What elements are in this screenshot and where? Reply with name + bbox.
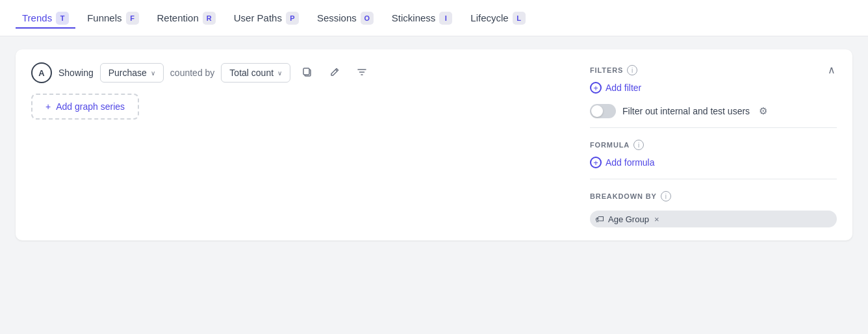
gear-icon[interactable]: ⚙ [759, 105, 767, 117]
left-panel: A Showing Purchase ∨ counted by Total co… [31, 62, 574, 227]
series-row: A Showing Purchase ∨ counted by Total co… [31, 62, 574, 83]
nav-tab-funnels[interactable]: Funnels F [81, 8, 145, 29]
edit-button[interactable] [324, 62, 345, 83]
event-label: Purchase [108, 68, 147, 78]
svg-rect-1 [303, 68, 309, 75]
nav-tab-user-paths[interactable]: User Paths P [227, 8, 305, 29]
nav-tab-label-trends: Trends [22, 12, 52, 23]
nav-tab-sessions[interactable]: Sessions O [311, 8, 380, 29]
right-panel: ∧ FILTERS i + Add filter Filter out inte… [590, 62, 837, 227]
nav-tab-badge-user-paths: P [286, 12, 299, 25]
showing-label: Showing [58, 68, 94, 78]
filters-section-header: FILTERS i [590, 65, 837, 75]
divider-1 [590, 127, 837, 128]
add-series-button[interactable]: + Add graph series [31, 94, 139, 120]
top-navigation: Trends T Funnels F Retention R User Path… [0, 0, 868, 36]
nav-tab-badge-lifecycle: L [513, 12, 526, 25]
add-formula-link[interactable]: + Add formula [590, 157, 837, 168]
breakdown-title: BREAKDOWN BY [590, 192, 657, 200]
add-filter-plus-icon: + [590, 82, 602, 94]
add-formula-plus-icon: + [590, 157, 602, 168]
breakdown-tag-close[interactable]: × [654, 214, 659, 224]
nav-tab-badge-stickiness: I [439, 12, 452, 25]
filter-icon [357, 67, 367, 79]
nav-tab-stickiness[interactable]: Stickiness I [385, 8, 459, 29]
internal-users-toggle[interactable] [590, 104, 616, 118]
breakdown-tag: 🏷 Age Group × [590, 211, 837, 227]
add-formula-label: Add formula [606, 157, 654, 168]
formula-section-header: FORMULA i [590, 140, 837, 150]
breakdown-tag-icon: 🏷 [595, 214, 604, 224]
filter-button[interactable] [351, 62, 372, 83]
main-area: A Showing Purchase ∨ counted by Total co… [0, 36, 868, 334]
divider-2 [590, 179, 837, 179]
formula-info-icon[interactable]: i [633, 140, 644, 150]
edit-icon [329, 67, 340, 79]
breakdown-tag-label: Age Group [608, 214, 649, 224]
nav-tab-lifecycle[interactable]: Lifecycle L [464, 8, 531, 29]
chevron-down-icon: ∨ [151, 70, 155, 77]
chevron-down-icon-2: ∨ [277, 70, 282, 77]
add-series-label: Add graph series [56, 101, 125, 112]
formula-title: FORMULA [590, 141, 630, 149]
nav-tab-badge-retention: R [203, 12, 216, 25]
breakdown-info-icon[interactable]: i [661, 191, 671, 201]
metric-dropdown[interactable]: Total count ∨ [221, 63, 290, 83]
copy-button[interactable] [297, 62, 318, 83]
metric-label: Total count [229, 68, 274, 78]
series-badge: A [31, 62, 52, 83]
filter-toggle-row: Filter out internal and test users ⚙ [590, 104, 837, 118]
nav-tab-retention[interactable]: Retention R [151, 8, 222, 29]
toggle-label: Filter out internal and test users [622, 106, 750, 116]
collapse-button[interactable]: ∧ [826, 62, 837, 77]
counted-by-label: counted by [170, 68, 215, 78]
nav-tab-label-stickiness: Stickiness [392, 12, 436, 23]
nav-tab-label-retention: Retention [157, 12, 199, 23]
nav-tab-label-lifecycle: Lifecycle [470, 12, 508, 23]
breakdown-section-header: BREAKDOWN BY i [590, 191, 837, 201]
nav-tab-badge-funnels: F [126, 12, 139, 25]
nav-tab-label-sessions: Sessions [317, 12, 357, 23]
add-filter-link[interactable]: + Add filter [590, 82, 837, 94]
nav-tab-label-funnels: Funnels [87, 12, 121, 23]
plus-circle-icon: + [45, 101, 51, 112]
nav-tab-badge-trends: T [56, 12, 69, 25]
nav-tab-label-user-paths: User Paths [234, 12, 282, 23]
nav-tab-badge-sessions: O [361, 12, 374, 25]
filters-title: FILTERS [590, 66, 623, 74]
copy-icon [302, 67, 313, 79]
content-card: A Showing Purchase ∨ counted by Total co… [16, 49, 852, 240]
add-filter-label: Add filter [606, 83, 641, 93]
event-dropdown[interactable]: Purchase ∨ [100, 63, 164, 83]
filters-info-icon[interactable]: i [627, 65, 637, 75]
nav-tab-trends[interactable]: Trends T [16, 8, 75, 29]
